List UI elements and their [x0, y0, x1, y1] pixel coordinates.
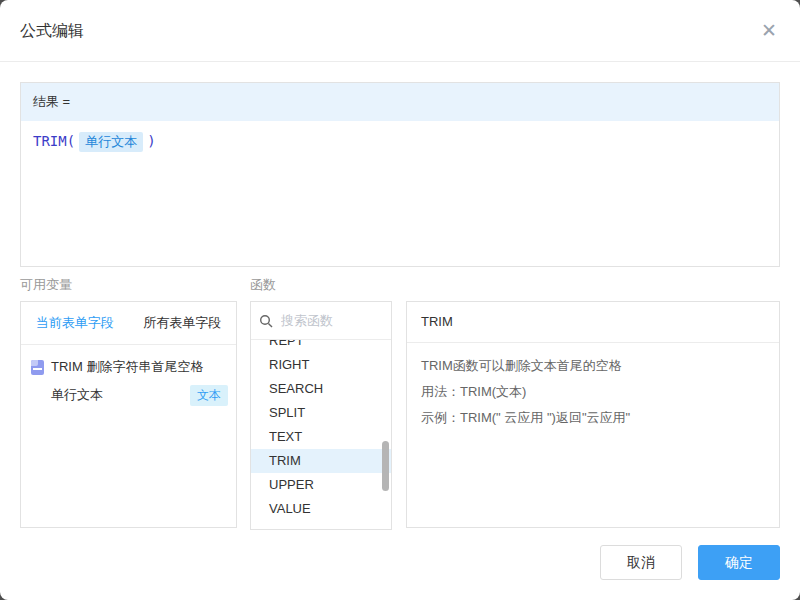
- field-type-badge: 文本: [190, 385, 228, 406]
- dialog-title: 公式编辑: [20, 0, 84, 61]
- variables-section-label: 可用变量: [20, 276, 72, 294]
- function-item-upper[interactable]: UPPER: [251, 473, 391, 497]
- function-item-value[interactable]: VALUE: [251, 497, 391, 521]
- function-item-trim[interactable]: TRIM: [251, 449, 391, 473]
- ok-button[interactable]: 确定: [698, 545, 780, 580]
- search-icon: [259, 314, 273, 328]
- dialog-title-bar: 公式编辑 ✕: [0, 0, 800, 62]
- scrollbar-thumb[interactable]: [382, 441, 389, 491]
- function-detail-title: TRIM: [407, 302, 779, 343]
- function-item-split[interactable]: SPLIT: [251, 401, 391, 425]
- function-list-viewport: REPT RIGHT SEARCH SPLIT TEXT TRIM UPPER …: [251, 340, 391, 529]
- function-search-row: [251, 302, 391, 340]
- function-usage: 用法：TRIM(文本): [421, 379, 765, 405]
- formula-function-open: TRIM(: [33, 133, 75, 149]
- search-input[interactable]: [279, 312, 383, 329]
- function-item-rept[interactable]: REPT: [251, 340, 391, 353]
- close-button[interactable]: ✕: [756, 18, 782, 44]
- function-description: TRIM函数可以删除文本首尾的空格: [421, 353, 765, 379]
- functions-panel: REPT RIGHT SEARCH SPLIT TEXT TRIM UPPER …: [250, 301, 392, 530]
- variables-list: TRIM 删除字符串首尾空格 单行文本 文本: [21, 345, 236, 410]
- variable-field-label: 单行文本: [51, 386, 190, 404]
- formula-function-close: ): [147, 133, 155, 149]
- variable-group-label: TRIM 删除字符串首尾空格: [51, 358, 203, 376]
- function-detail-panel: TRIM TRIM函数可以删除文本首尾的空格 用法：TRIM(文本) 示例：TR…: [406, 301, 780, 528]
- cancel-button[interactable]: 取消: [600, 545, 682, 580]
- formula-panel: 结果 = TRIM(单行文本): [20, 82, 780, 267]
- variable-field-row[interactable]: 单行文本 文本: [21, 380, 236, 410]
- formula-field-token[interactable]: 单行文本: [79, 132, 143, 152]
- tab-all-form-fields[interactable]: 所有表单字段: [129, 302, 237, 344]
- tab-current-form-fields[interactable]: 当前表单字段: [21, 302, 129, 344]
- variable-group-row[interactable]: TRIM 删除字符串首尾空格: [21, 354, 236, 380]
- document-icon: [31, 360, 44, 375]
- function-item-text[interactable]: TEXT: [251, 425, 391, 449]
- variables-tabs: 当前表单字段 所有表单字段: [21, 302, 236, 345]
- function-list: REPT RIGHT SEARCH SPLIT TEXT TRIM UPPER …: [251, 340, 391, 521]
- functions-section-label: 函数: [250, 276, 276, 294]
- result-label: 结果 =: [21, 83, 779, 121]
- variables-panel: 当前表单字段 所有表单字段 TRIM 删除字符串首尾空格 单行文本 文本: [20, 301, 237, 528]
- function-detail-body: TRIM函数可以删除文本首尾的空格 用法：TRIM(文本) 示例：TRIM(" …: [407, 343, 779, 441]
- formula-expression[interactable]: TRIM(单行文本): [21, 121, 779, 163]
- formula-edit-dialog: 公式编辑 ✕ 结果 = TRIM(单行文本) 可用变量 函数 当前表单字段 所有…: [0, 0, 800, 600]
- close-icon: ✕: [761, 20, 777, 41]
- function-example: 示例：TRIM(" 云应用 ")返回"云应用": [421, 405, 765, 431]
- function-item-right[interactable]: RIGHT: [251, 353, 391, 377]
- function-item-search[interactable]: SEARCH: [251, 377, 391, 401]
